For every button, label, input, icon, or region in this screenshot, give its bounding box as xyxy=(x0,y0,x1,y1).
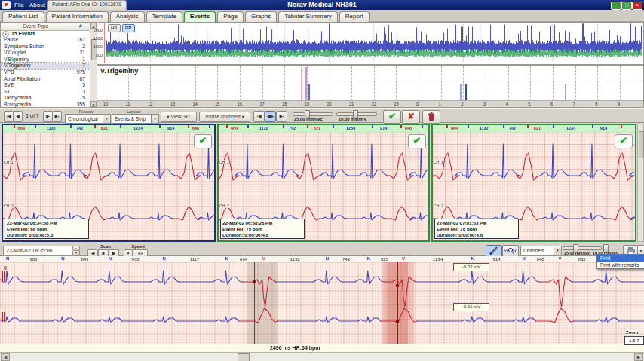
ecg-strip-2[interactable]: 66411327428211234914648CH: 1CH: 2✔22-Mar… xyxy=(217,124,430,242)
timeline-event-marker[interactable] xyxy=(565,84,566,101)
strip-rr-value: 821 xyxy=(101,126,108,130)
event-timeline-panel[interactable]: V.Trigeminy 1011121314151617181920212223… xyxy=(97,65,644,108)
app-heart-icon: ♥ xyxy=(2,1,11,9)
beat-tick xyxy=(283,125,284,128)
beat-label-N: N xyxy=(326,256,329,261)
last-event-button[interactable]: ▶| xyxy=(52,111,62,122)
channel-2-label: CH: 2 xyxy=(4,203,14,208)
scroll-right-icon[interactable]: ▶ xyxy=(634,353,643,361)
delete-event-button[interactable] xyxy=(422,110,440,124)
strip-accept-button[interactable]: ✔ xyxy=(194,134,212,148)
event-row-v-trigeminy[interactable]: V.Trigeminy7 xyxy=(1,63,90,69)
rr-interval-value: 968 xyxy=(132,257,140,262)
scroll-thumb[interactable] xyxy=(238,353,250,361)
datetime-field[interactable]: 22-Mar-02 18:35:00 xyxy=(3,246,75,255)
chevron-down-icon[interactable]: ▼ xyxy=(103,115,110,123)
layout-dropdown[interactable]: Events & Strip ▼ xyxy=(112,114,159,124)
strip-rr-value: 821 xyxy=(534,126,541,130)
event-row-symptoms-button[interactable]: Symptoms Button2 xyxy=(1,44,90,50)
scroll-down-icon[interactable]: ▼ xyxy=(90,101,97,107)
tab-report[interactable]: Report xyxy=(339,11,370,22)
chevron-down-icon[interactable]: ▼ xyxy=(554,246,561,255)
rhythm-strip-canvas[interactable] xyxy=(0,262,644,344)
tab-page[interactable]: Page xyxy=(217,11,244,22)
column-event-type[interactable]: Event Type xyxy=(1,23,70,29)
event-row-vpb[interactable]: VPB975 xyxy=(1,69,90,76)
datetime-down-icon[interactable]: ▼ xyxy=(72,250,80,255)
tab-tabular-summary[interactable]: Tabular Summary xyxy=(278,11,338,22)
hr-toggle-button[interactable]: HR xyxy=(108,24,121,32)
timeline-hour-label: 2 xyxy=(461,102,463,106)
strip-rr-value: 648 xyxy=(192,126,199,130)
strips-scrollbar[interactable] xyxy=(637,124,644,242)
event-row-sve[interactable]: SVE5 xyxy=(1,82,90,89)
align-end-button[interactable]: ▶| xyxy=(276,111,287,122)
tab-graphs[interactable]: Graphs xyxy=(245,11,277,22)
event-row-label: Symptoms Button xyxy=(4,44,44,49)
event-row-tachycardia[interactable]: Tachycardia5 xyxy=(1,95,90,102)
channel-2-label: CH: 2 xyxy=(219,203,229,208)
timeline-event-marker[interactable] xyxy=(465,84,467,101)
timeline-hour-label: 10 xyxy=(103,102,108,106)
ecg-strip-1[interactable]: 66411327428211234914648CH: 1CH: 2✔22-Mar… xyxy=(2,124,216,242)
print-menu-item-remarks[interactable]: Print with remarks xyxy=(597,262,644,268)
menu-about[interactable]: About xyxy=(29,2,45,8)
menu-file[interactable]: File xyxy=(14,2,24,8)
tab-analysis[interactable]: Analysis xyxy=(110,11,145,22)
timeline-event-marker[interactable] xyxy=(460,84,462,101)
print-menu-item-print[interactable]: Print xyxy=(597,255,644,262)
channels-dropdown[interactable]: Channels ▼ xyxy=(520,246,562,255)
timeline-hour-label: 12 xyxy=(148,102,152,106)
maximize-button[interactable]: □ xyxy=(621,2,632,10)
event-row-count: 3 xyxy=(82,89,85,94)
rr-measure-button[interactable]: RR xyxy=(502,245,519,257)
beat-label-N: N xyxy=(61,256,64,261)
event-row-v-couplet[interactable]: V.Couplet21 xyxy=(1,50,90,57)
zoom-value[interactable]: 1:5.7 xyxy=(624,336,644,345)
visible-channels-button[interactable]: Visible channels ▾ xyxy=(199,112,250,122)
timeline-event-marker[interactable] xyxy=(305,67,307,101)
tab-template[interactable]: Template xyxy=(146,11,182,22)
tab-patient-information[interactable]: Patient Information xyxy=(46,11,109,22)
timeline-event-marker[interactable] xyxy=(308,84,310,101)
rr-trend-plot[interactable] xyxy=(106,23,642,63)
strip-rr-value: 742 xyxy=(76,126,83,130)
application-window: ♥ File About Patient: AFib One ID: 10913… xyxy=(0,0,644,361)
align-center-button[interactable]: ◀▶ xyxy=(265,111,276,122)
scroll-thumb[interactable] xyxy=(639,131,644,158)
strip-accept-button[interactable]: ✔ xyxy=(615,134,633,148)
event-row-v-bigeminy[interactable]: V.Bigeminy1 xyxy=(1,57,90,63)
event-row-label: Tachycardia xyxy=(4,95,31,100)
speed-slider-track[interactable] xyxy=(293,112,333,116)
ecg-strip-3[interactable]: 66411327428211234914CH: 1CH: 2✔22-Mar-02… xyxy=(431,124,636,242)
scan-speed-track[interactable] xyxy=(563,246,602,250)
event-row-atrial-fibrillation[interactable]: Atrial Fibrillation67 xyxy=(1,76,90,83)
rr-toggle-button[interactable]: RR xyxy=(122,24,135,32)
event-row-count: 355 xyxy=(77,102,85,107)
align-start-button[interactable]: |◀ xyxy=(253,111,265,122)
close-button[interactable]: × xyxy=(632,2,642,10)
scroll-left-icon[interactable]: ◀ xyxy=(1,353,10,361)
chevron-down-icon[interactable]: ▼ xyxy=(151,115,158,123)
timeline-event-marker[interactable] xyxy=(301,67,302,101)
strip-rr-value: 664 xyxy=(451,126,458,130)
strip-info-line: 22-Mar-02 07:01:53 PM xyxy=(437,220,518,226)
event-position: 1 of 7 xyxy=(23,113,42,118)
event-group-row[interactable]: ▲ 15 Events xyxy=(1,30,90,37)
strip-accept-button[interactable]: ✔ xyxy=(408,134,426,148)
calipers-button[interactable] xyxy=(486,245,502,257)
strip-rr-value: 914 xyxy=(600,126,607,130)
rhythm-scrollbar[interactable]: ◀ ▶ xyxy=(0,352,644,361)
beat-tick xyxy=(527,125,529,128)
tab-patient-list[interactable]: Patient List xyxy=(2,11,44,22)
reject-event-button[interactable]: ✘ xyxy=(402,110,420,124)
accept-event-button[interactable]: ✔ xyxy=(383,110,401,124)
event-row-st[interactable]: ST3 xyxy=(1,89,90,96)
review-dropdown[interactable]: Chronological ▼ xyxy=(65,114,111,124)
event-row-pause[interactable]: Pause167 xyxy=(1,37,90,44)
tab-events[interactable]: Events xyxy=(184,11,216,22)
minimize-button[interactable]: _ xyxy=(611,2,621,10)
view-3x1-button[interactable]: ▾ View 3x1 xyxy=(161,112,197,122)
prev-event-button[interactable]: ◀ xyxy=(13,111,23,122)
beat-label-N: N xyxy=(367,256,370,261)
